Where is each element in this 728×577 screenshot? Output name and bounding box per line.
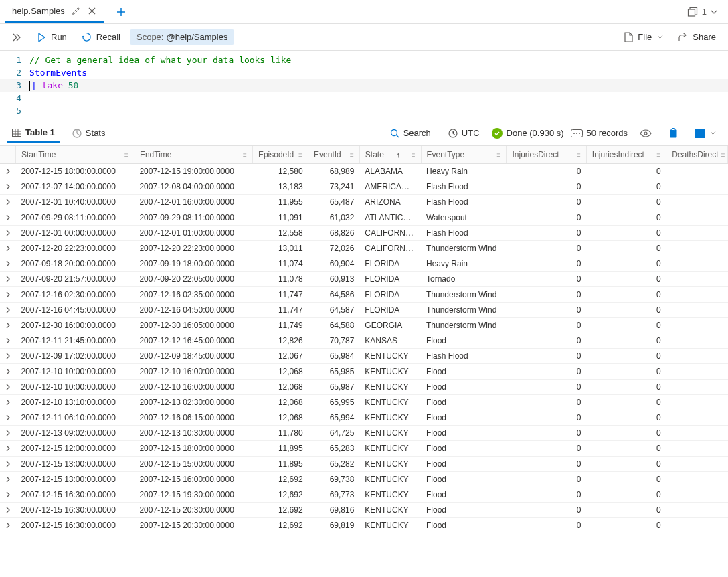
expand-row-button[interactable] [0,179,15,195]
filter-icon[interactable]: ≡ [350,151,354,159]
filter-icon[interactable]: ≡ [412,151,416,159]
expand-row-button[interactable] [0,380,15,395]
table-row[interactable]: 2007-12-15 16:30:00.00002007-12-15 19:30… [0,487,728,503]
tabs-overview-button[interactable]: 1 [682,7,723,17]
recall-icon [82,32,92,43]
column-header-eventid[interactable]: EventId≡ [308,146,360,164]
editor-line[interactable]: 1// Get a general idea of what your data… [0,54,728,66]
expand-row-button[interactable] [0,472,15,487]
table-row[interactable]: 2007-12-20 22:23:00.00002007-12-20 22:23… [0,241,728,256]
table-row[interactable]: 2007-12-15 16:30:00.00002007-12-15 20:30… [0,518,728,533]
utc-button[interactable]: UTC [443,125,485,141]
column-header-eventtype[interactable]: EventType≡ [421,146,507,164]
table-row[interactable]: 2007-12-11 21:45:00.00002007-12-12 16:45… [0,333,728,349]
filter-icon[interactable]: ≡ [298,151,302,159]
table-row[interactable]: 2007-12-07 14:00:00.00002007-12-08 04:00… [0,179,728,195]
stats-tab[interactable]: Stats [67,124,111,142]
search-button[interactable]: Search [385,125,436,141]
table-row[interactable]: 2007-12-10 10:00:00.00002007-12-10 16:00… [0,364,728,380]
table-row[interactable]: 2007-12-01 00:00:00.00002007-12-01 01:00… [0,226,728,241]
table-row[interactable]: 2007-12-09 17:02:00.00002007-12-09 18:45… [0,349,728,364]
expand-row-button[interactable] [0,333,15,349]
file-button[interactable]: File [618,29,668,46]
hide-empty-button[interactable] [634,127,657,140]
column-header-deathsdirect[interactable]: DeathsDirect≡ [666,146,728,164]
table-row[interactable]: 2007-09-29 08:11:00.00002007-09-29 08:11… [0,210,728,226]
expand-row-button[interactable] [0,210,15,226]
editor-line[interactable]: 4 [0,92,728,104]
cell: 0 [586,503,666,518]
filter-icon[interactable]: ≡ [243,151,247,159]
table-row[interactable]: 2007-12-16 04:45:00.00002007-12-16 04:50… [0,303,728,318]
cell: 2007-09-29 08:11:00.0000 [15,210,134,226]
expand-row-button[interactable] [0,241,15,256]
edit-icon[interactable] [72,7,81,16]
table-row[interactable]: 2007-12-16 02:30:00.00002007-12-16 02:35… [0,287,728,303]
filter-icon[interactable]: ≡ [577,151,581,159]
results-grid[interactable]: StartTime≡EndTime≡EpisodeId≡EventId≡Stat… [0,146,728,577]
cell: 11,895 [252,441,308,457]
expand-row-button[interactable] [0,426,15,441]
table-row[interactable]: 2007-09-20 21:57:00.00002007-09-20 22:05… [0,272,728,287]
table-row[interactable]: 2007-12-15 13:00:00.00002007-12-15 16:00… [0,472,728,487]
expand-row-button[interactable] [0,503,15,518]
table-row[interactable]: 2007-12-15 12:00:00.00002007-12-15 18:00… [0,441,728,457]
expand-row-button[interactable] [0,410,15,426]
cell: 2007-12-20 22:23:00.0000 [134,241,252,256]
expand-row-button[interactable] [0,272,15,287]
filter-icon[interactable]: ≡ [124,151,128,159]
table-row[interactable]: 2007-12-15 18:00:00.00002007-12-15 19:00… [0,164,728,179]
table-row[interactable]: 2007-12-15 16:30:00.00002007-12-15 20:30… [0,503,728,518]
run-button[interactable]: Run [31,29,72,46]
table-row[interactable]: 2007-12-01 10:40:00.00002007-12-01 16:00… [0,195,728,210]
share-button[interactable]: Share [672,29,721,46]
recall-button[interactable]: Recall [76,29,126,46]
column-header-state[interactable]: State↑≡ [359,146,421,164]
cell: 0 [586,195,666,210]
editor-line[interactable]: 2StormEvents [0,66,728,79]
scope-chip[interactable]: Scope: @help/Samples [130,29,234,45]
expand-row-button[interactable] [0,364,15,380]
column-header-endtime[interactable]: EndTime≡ [134,146,252,164]
expand-row-button[interactable] [0,349,15,364]
table-row[interactable]: 2007-12-10 13:10:00.00002007-12-13 02:30… [0,395,728,410]
expand-row-button[interactable] [0,395,15,410]
column-header-episodeid[interactable]: EpisodeId≡ [252,146,308,164]
cell: 2007-12-15 16:30:00.0000 [15,518,134,533]
column-header-starttime[interactable]: StartTime≡ [15,146,134,164]
column-header-injuriesindirect[interactable]: InjuriesIndirect≡ [586,146,666,164]
expand-row-button[interactable] [0,256,15,272]
expand-row-button[interactable] [0,318,15,333]
table-row[interactable]: 2007-12-13 09:02:00.00002007-12-13 10:30… [0,426,728,441]
expand-row-button[interactable] [0,487,15,503]
expand-row-button[interactable] [0,287,15,303]
close-icon[interactable] [88,7,97,16]
expand-row-button[interactable] [0,518,15,533]
column-header-injuriesdirect[interactable]: InjuriesDirect≡ [507,146,586,164]
table-row[interactable]: 2007-12-30 16:00:00.00002007-12-30 16:05… [0,318,728,333]
table-row[interactable]: 2007-09-18 20:00:00.00002007-09-19 18:00… [0,256,728,272]
filter-icon[interactable]: ≡ [656,151,660,159]
expand-row-button[interactable] [0,164,15,179]
cell: 0 [586,380,666,395]
expand-row-button[interactable] [0,195,15,210]
new-tab-button[interactable] [112,3,130,21]
expand-row-button[interactable] [0,226,15,241]
table-row[interactable]: 2007-12-10 10:00:00.00002007-12-10 16:00… [0,380,728,395]
filter-icon[interactable]: ≡ [721,151,725,159]
table-row[interactable]: 2007-12-11 06:10:00.00002007-12-16 06:15… [0,410,728,426]
table-tab[interactable]: Table 1 [7,123,60,143]
color-button[interactable] [690,126,721,141]
expand-row-button[interactable] [0,303,15,318]
editor-line[interactable]: 3| take 50 [0,79,728,92]
expand-button[interactable] [7,30,27,45]
table-row[interactable]: 2007-12-15 13:00:00.00002007-12-15 15:00… [0,457,728,472]
expand-row-button[interactable] [0,441,15,457]
expand-row-button[interactable] [0,457,15,472]
copy-button[interactable] [664,125,683,141]
query-tab[interactable]: help.Samples [5,1,104,23]
filter-icon[interactable]: ≡ [497,151,501,159]
query-editor[interactable]: 1// Get a general idea of what your data… [0,51,728,120]
editor-line[interactable]: 5 [0,104,728,117]
cell: 68,826 [308,226,360,241]
